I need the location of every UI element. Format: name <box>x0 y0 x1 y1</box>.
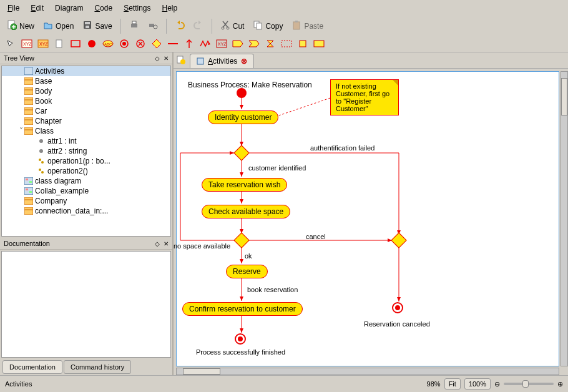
tree-item[interactable]: ˅Class <box>2 126 170 136</box>
redo-button[interactable] <box>190 17 207 34</box>
tree-item[interactable]: operation2() <box>2 166 170 176</box>
open-button[interactable]: Open <box>40 17 77 34</box>
activity-confirm[interactable]: Confirm reservation to customer <box>182 302 303 316</box>
tree-item[interactable]: operation1(p : bo... <box>2 156 170 166</box>
tree-item[interactable]: attr1 : int <box>2 136 170 146</box>
close-icon[interactable]: ✕ <box>164 240 169 247</box>
print-preview-button[interactable] <box>145 17 161 34</box>
page-tool[interactable] <box>52 37 66 51</box>
xyz-tag-tool[interactable]: XYZ <box>36 37 50 51</box>
xyz-outline-tool[interactable]: XYZ <box>215 37 228 51</box>
tree-item[interactable]: attr2 : string <box>2 146 170 156</box>
start-node[interactable] <box>237 88 247 98</box>
tree-item[interactable]: Base <box>2 76 170 86</box>
new-diagram-icon[interactable] <box>174 54 189 68</box>
svg-text:XYZ: XYZ <box>218 42 227 46</box>
tree-view[interactable]: ActivitiesBaseBodyBookCarChapter˅Classat… <box>1 66 171 237</box>
zoom-out-icon[interactable]: ⊖ <box>494 380 500 388</box>
zoom-100-button[interactable]: 100% <box>464 378 491 390</box>
copy-button[interactable]: Copy <box>250 17 286 34</box>
start-node-tool[interactable] <box>85 37 99 51</box>
tab-documentation[interactable]: Documentation <box>2 360 62 374</box>
open-label: Open <box>56 22 74 31</box>
undo-button[interactable] <box>172 17 188 34</box>
label-auth-failed: authentification failed <box>310 144 375 152</box>
horizontal-scrollbar[interactable] <box>176 368 559 375</box>
note-text: If not existing Customer, first go to "R… <box>336 82 389 112</box>
xyz-box-tool[interactable]: XYZ <box>20 37 34 51</box>
diagram-canvas[interactable]: Business Process: Make Reservation Ident… <box>176 71 559 366</box>
bottom-tabs: Documentation Command history <box>0 359 172 375</box>
hourglass-tool[interactable] <box>263 37 277 51</box>
activity-identity-customer[interactable]: Identity customer <box>208 110 278 124</box>
tree-item[interactable]: Book <box>2 96 170 106</box>
menu-help[interactable]: Help <box>157 1 183 15</box>
tree-item[interactable]: Body <box>2 86 170 96</box>
menu-settings[interactable]: Settings <box>119 1 155 15</box>
tree-item[interactable]: Car <box>2 106 170 116</box>
arrow-up-tool[interactable] <box>182 37 196 51</box>
flag-tool[interactable] <box>247 37 261 51</box>
end-node-tool[interactable] <box>117 37 131 51</box>
tree-item[interactable]: Collab_example <box>2 186 170 196</box>
svg-rect-58 <box>24 197 33 205</box>
end-node-canceled[interactable] <box>392 302 403 313</box>
minimize-icon[interactable]: ◇ <box>155 240 160 247</box>
wide-rect-tool[interactable] <box>312 37 326 51</box>
tree-item[interactable]: connection_data_in:... <box>2 206 170 216</box>
decision-space[interactable] <box>233 232 249 248</box>
paste-label: Paste <box>304 22 323 31</box>
close-tab-icon[interactable]: ⊗ <box>241 57 247 66</box>
svg-rect-44 <box>24 127 33 135</box>
menu-code[interactable]: Code <box>89 1 117 15</box>
small-rect-tool[interactable] <box>296 37 310 51</box>
separator <box>212 19 212 34</box>
rect-tool[interactable] <box>69 37 82 51</box>
activity-reserve[interactable]: Reserve <box>226 265 268 278</box>
cancel-node-tool[interactable] <box>134 37 147 51</box>
tab-activities[interactable]: Activities ⊗ <box>190 54 254 68</box>
left-sidebar: Tree View ◇✕ ActivitiesBaseBodyBookCarCh… <box>0 52 174 375</box>
tab-command-history[interactable]: Command history <box>64 360 131 374</box>
tree-item[interactable]: Activities <box>2 66 170 76</box>
vertical-scrollbar[interactable] <box>561 71 568 366</box>
menu-file[interactable]: File <box>2 1 24 15</box>
svg-point-49 <box>41 161 44 164</box>
print-button[interactable] <box>126 17 142 34</box>
merge-cancel[interactable] <box>391 232 406 248</box>
zoom-in-icon[interactable]: ⊕ <box>557 380 563 388</box>
diagram-icon <box>197 57 204 65</box>
menu-edit[interactable]: Edit <box>26 1 49 15</box>
tree-panel-header: Tree View ◇✕ <box>0 52 172 64</box>
new-button[interactable]: New <box>4 17 37 34</box>
documentation-panel: Documentation ◇✕ Documentation Command h… <box>0 238 172 375</box>
tree-item[interactable]: Chapter <box>2 116 170 126</box>
tree-item[interactable]: Company <box>2 196 170 206</box>
decision-auth[interactable] <box>233 145 249 160</box>
minimize-icon[interactable]: ◇ <box>155 55 160 62</box>
tag-tool[interactable] <box>231 37 245 51</box>
svg-rect-33 <box>24 67 33 75</box>
tree-item[interactable]: class diagram <box>2 176 170 186</box>
menubar: File Edit Diagram Code Settings Help <box>0 0 568 16</box>
save-button[interactable]: Save <box>79 17 115 34</box>
activity-check-space[interactable]: Check available space <box>202 205 290 218</box>
oval-tool[interactable]: ABC <box>101 37 115 51</box>
zoom-fit-button[interactable]: Fit <box>444 378 461 390</box>
canvas-wrap: Business Process: Make Reservation Ident… <box>174 69 568 375</box>
line-tool[interactable] <box>166 37 180 51</box>
note-register-customer[interactable]: If not existing Customer, first go to "R… <box>330 79 399 115</box>
decision-tool[interactable] <box>150 37 164 51</box>
pointer-tool[interactable] <box>4 37 17 51</box>
cut-button[interactable]: Cut <box>217 17 248 34</box>
zigzag-tool[interactable] <box>198 37 212 51</box>
close-icon[interactable]: ✕ <box>164 55 169 62</box>
save-icon <box>82 20 92 32</box>
activity-take-reservation[interactable]: Take reservation wish <box>202 178 287 192</box>
paste-button[interactable]: Paste <box>288 17 326 34</box>
menu-diagram[interactable]: Diagram <box>50 1 88 15</box>
dashed-rect-tool[interactable] <box>280 37 293 51</box>
zoom-slider[interactable] <box>504 383 554 385</box>
documentation-textarea[interactable] <box>1 251 171 358</box>
end-node-success[interactable] <box>235 333 246 345</box>
